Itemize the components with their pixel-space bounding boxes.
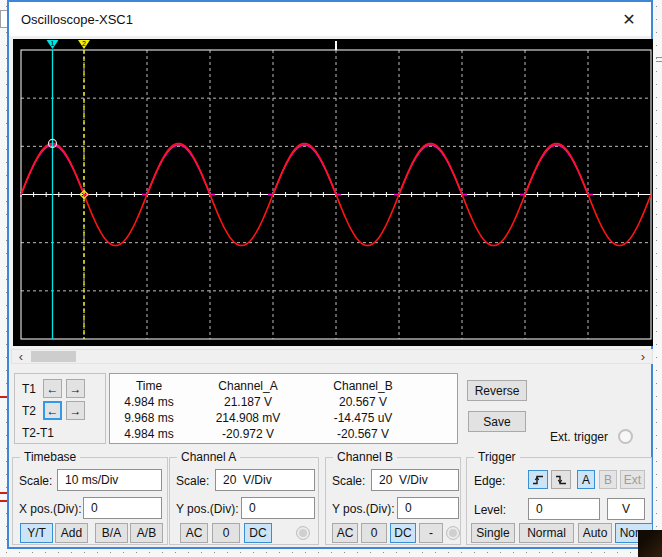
scrollbar-thumb[interactable] [31,351,76,362]
channel-b-scale-input[interactable] [371,469,459,491]
t2-t1-channel-a: -20.972 V [188,427,308,441]
timebase-xpos-input[interactable] [83,497,162,519]
falling-edge-icon [555,474,567,486]
trigger-level-input[interactable] [528,498,600,520]
trigger-source-a-button[interactable]: A [577,470,595,489]
cursor-control-box: T1 ← → T2 ← → T2-T1 [14,373,106,444]
background-line [656,61,662,62]
channel-b-title: Channel B [333,450,397,464]
circuit-wire [0,396,7,398]
channel-a-group: Channel A Scale: Y pos.(Div): AC 0 DC [169,457,319,545]
trigger-single-button[interactable]: Single [471,523,515,543]
ba-mode-button[interactable]: B/A [95,523,128,543]
oscilloscope-window: Oscilloscope-XSC1 ✕ 12 ‹ › T1 ← → T2 ← →… [7,0,653,549]
channel-a-zero-button[interactable]: 0 [212,523,240,543]
yt-mode-button[interactable]: Y/T [20,523,53,543]
circuit-wire [0,500,7,502]
svg-text:1: 1 [51,40,55,47]
rising-edge-button[interactable] [528,470,548,489]
trigger-auto-button[interactable]: Auto [578,523,612,543]
channel-a-scale-input[interactable] [215,469,315,491]
background-line [656,57,662,58]
t2-left-button[interactable]: ← [43,401,62,420]
channel-b-invert-button[interactable]: - [419,523,443,543]
timebase-xpos-label: X pos.(Div): [19,502,82,516]
trigger-edge-label: Edge: [474,474,505,488]
timebase-title: Timebase [20,450,80,464]
t2-t1-channel-b: -20.567 V [308,427,418,441]
col-channel-b: Channel_B [308,379,418,393]
channel-a-ypos-input[interactable] [241,497,315,519]
channel-a-ac-button[interactable]: AC [180,523,208,543]
trigger-title: Trigger [474,450,520,464]
channel-b-ypos-label: Y pos.(Div): [332,502,394,516]
t1-time: 4.984 ms [110,395,188,409]
channel-a-dc-button[interactable]: DC [244,523,272,543]
t2-time: 9.968 ms [110,411,188,425]
col-channel-a: Channel_A [188,379,308,393]
background-dark-object [638,530,662,557]
trigger-level-unit: V [607,498,645,520]
measurement-table: Time Channel_A Channel_B 4.984 ms 21.187… [109,373,458,444]
trigger-source-b-button[interactable]: B [599,470,617,489]
channel-b-ac-button[interactable]: AC [332,523,358,543]
t1-channel-a: 21.187 V [188,395,308,409]
channel-b-ypos-input[interactable] [397,497,459,519]
ext-trigger-label: Ext. trigger [550,430,608,444]
left-arrow-icon: ← [47,382,59,396]
window-title: Oscilloscope-XSC1 [21,12,133,27]
ab-mode-button[interactable]: A/B [130,523,163,543]
timebase-scale-label: Scale: [19,474,52,488]
t2-t1-time: 4.984 ms [110,427,188,441]
reverse-button[interactable]: Reverse [467,380,527,401]
t2-channel-b: -14.475 uV [308,411,418,425]
t1-channel-b: 20.567 V [308,395,418,409]
timebase-scale-input[interactable] [57,469,162,491]
horizontal-scrollbar[interactable]: ‹ › [11,349,653,364]
close-icon[interactable]: ✕ [615,6,643,32]
trigger-normal-button[interactable]: Normal [519,523,574,543]
t2-right-button[interactable]: → [66,401,85,420]
trigger-source-ext-button[interactable]: Ext [620,470,645,489]
t2-t1-label: T2-T1 [22,426,54,440]
table-row: 4.984 ms 21.187 V 20.567 V [110,394,457,410]
circuit-wire [0,492,7,494]
channel-a-connector [296,526,310,540]
right-arrow-icon: → [70,382,82,396]
title-bar[interactable]: Oscilloscope-XSC1 ✕ [9,2,651,36]
falling-edge-button[interactable] [551,470,571,489]
timebase-group: Timebase Scale: X pos.(Div): Y/T Add B/A… [12,457,168,545]
scroll-right-icon[interactable]: › [635,350,651,363]
table-row: 9.968 ms 214.908 mV -14.475 uV [110,410,457,426]
scope-screen: 12 [13,39,653,346]
t1-label: T1 [22,382,36,396]
ext-trigger-connector[interactable] [618,429,633,444]
channel-a-ypos-label: Y pos.(Div): [176,502,238,516]
save-button[interactable]: Save [468,411,526,432]
trigger-group: Trigger Edge: A B Ext Level: V Single No… [466,457,652,545]
channel-b-scale-label: Scale: [332,474,365,488]
trigger-level-label: Level: [474,503,506,517]
channel-b-connector [446,526,460,540]
svg-text:2: 2 [82,40,86,47]
waveform-plot: 12 [13,39,653,346]
table-row: 4.984 ms -20.972 V -20.567 V [110,426,457,442]
t1-left-button[interactable]: ← [43,379,62,398]
channel-a-scale-label: Scale: [176,474,209,488]
right-arrow-icon: → [70,404,82,418]
add-mode-button[interactable]: Add [55,523,88,543]
t1-right-button[interactable]: → [66,379,85,398]
table-header-row: Time Channel_A Channel_B [110,378,457,394]
left-arrow-icon: ← [47,404,59,418]
rising-edge-icon [532,474,544,486]
t2-channel-a: 214.908 mV [188,411,308,425]
channel-a-title: Channel A [177,450,240,464]
channel-b-zero-button[interactable]: 0 [361,523,387,543]
channel-b-dc-button[interactable]: DC [390,523,416,543]
t2-label: T2 [22,404,36,418]
channel-b-group: Channel B Scale: Y pos.(Div): AC 0 DC - [325,457,461,545]
col-time: Time [110,379,188,393]
scroll-left-icon[interactable]: ‹ [13,350,29,363]
